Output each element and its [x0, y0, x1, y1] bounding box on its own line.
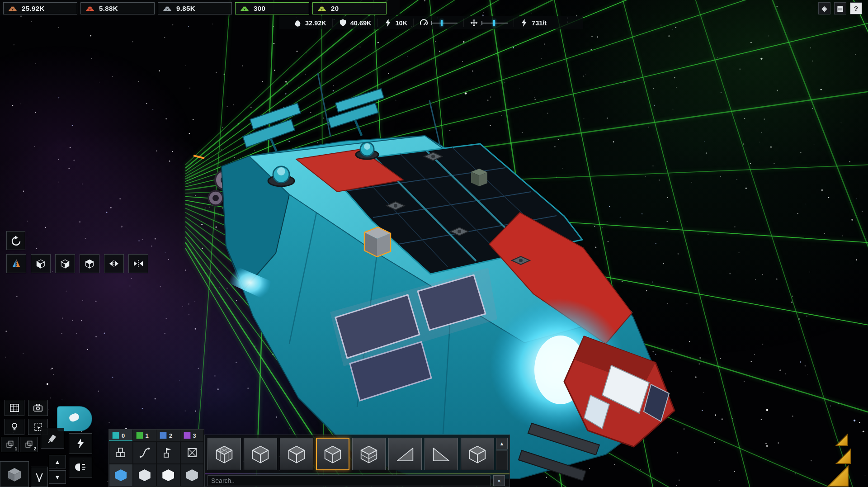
group-1-button[interactable]: 1 — [1, 437, 19, 452]
slider-knob[interactable] — [493, 20, 495, 26]
slider-track — [431, 23, 458, 24]
flip-inward-button[interactable] — [128, 254, 148, 273]
palette-tab-0[interactable]: 0 — [109, 430, 133, 441]
ore-icon — [317, 5, 327, 12]
group-2-button[interactable]: 2 — [20, 437, 38, 452]
block-slot-3-cube[interactable] — [316, 438, 349, 470]
shield-stat: 40.69K — [332, 19, 377, 27]
gizmo-button[interactable]: ◈ — [818, 2, 830, 14]
palette-tab-2[interactable]: 2 — [156, 430, 180, 441]
resource-value: 300 — [254, 5, 265, 12]
palette-categories — [109, 441, 204, 487]
flip-in-icon — [133, 258, 144, 269]
palette-scroll-up-button[interactable]: ▲ — [496, 438, 508, 449]
ghost-block — [364, 227, 391, 257]
half-cube-icon — [357, 442, 381, 466]
generation-stat: 731/t — [514, 19, 552, 27]
tab-label: 2 — [169, 432, 172, 439]
resource-value: 25.92K — [22, 5, 45, 12]
palette-accent-line — [205, 473, 509, 474]
layers-button[interactable]: ▤ — [834, 2, 846, 14]
screenshot-button[interactable] — [28, 400, 48, 416]
top-right-buttons: ◈ ▤ ? — [818, 2, 862, 14]
flag-icon — [162, 447, 174, 459]
bolt-icon — [384, 19, 392, 27]
ore-icon — [240, 5, 250, 12]
tab-color-chip — [136, 432, 143, 439]
paint-button[interactable] — [41, 428, 64, 449]
multi-block-tool[interactable] — [109, 441, 133, 464]
group-2-badge: 2 — [33, 446, 36, 451]
tab-color-chip — [184, 432, 191, 439]
scroll-up-tool-button[interactable]: ▲ — [49, 455, 66, 468]
flag-block-tool[interactable] — [156, 441, 180, 464]
stray-block — [471, 169, 487, 186]
slope-icon — [429, 442, 453, 466]
material-swatch-0[interactable] — [109, 464, 133, 487]
curve-icon — [139, 447, 151, 459]
curve-tool[interactable] — [133, 441, 157, 464]
tab-label: 3 — [193, 432, 196, 439]
group-icon — [24, 440, 33, 449]
material-swatch-2[interactable] — [156, 464, 180, 487]
headlight-button[interactable] — [69, 457, 92, 478]
flip-out-icon — [108, 258, 119, 269]
shield-icon — [339, 19, 347, 27]
power-button[interactable] — [69, 433, 92, 454]
palette-scroll-track[interactable] — [496, 450, 508, 470]
rounded-cube-icon — [285, 442, 308, 466]
thrust-slider[interactable] — [481, 19, 508, 27]
block-slot-1-cube[interactable] — [244, 438, 277, 470]
scroll-down-tool-button[interactable]: ▼ — [49, 470, 66, 484]
thrust-stat — [463, 19, 514, 27]
block-slot-6-slope[interactable] — [425, 438, 458, 470]
flip-outward-button[interactable] — [104, 254, 124, 273]
help-button[interactable]: ? — [850, 2, 862, 14]
palette-tab-3[interactable]: 3 — [180, 430, 204, 441]
camera-icon — [33, 403, 43, 412]
tab-label: 1 — [146, 432, 149, 439]
ship-stats-bar: 32.92K 40.69K 10K 731/t — [279, 16, 583, 29]
cube-left-face-button[interactable] — [31, 254, 51, 273]
light-button[interactable] — [5, 419, 24, 435]
cube-top-face-button[interactable] — [80, 254, 99, 273]
group-icon — [5, 440, 14, 449]
resource-xanion: 20 — [312, 2, 387, 14]
slider-knob[interactable] — [441, 20, 443, 26]
resource-titanium: 5.88K — [80, 2, 155, 14]
crate-icon — [186, 447, 198, 459]
build-mode-screen: 25.92K 5.88K 9.85K 300 20 ◈ ▤ ? 32.92K — [0, 0, 868, 487]
resource-naonite: 9.85K — [158, 2, 232, 14]
block-slot-4-half-cube[interactable] — [352, 438, 386, 470]
material-swatch-1[interactable] — [133, 464, 157, 487]
build-brush-icon — [67, 412, 82, 426]
ore-icon — [85, 5, 95, 12]
block-slot-7-cube[interactable] — [461, 438, 494, 470]
mirror-button[interactable] — [6, 254, 26, 273]
move-icon — [470, 19, 478, 27]
undo-button[interactable] — [6, 231, 25, 250]
mirror-icon — [11, 258, 22, 269]
energy-value: 10K — [396, 19, 408, 27]
paint-scraper-icon — [47, 432, 58, 444]
block-slot-0-grid-cube[interactable] — [208, 438, 241, 470]
tab-color-chip — [112, 432, 119, 439]
durability-slider[interactable] — [431, 19, 458, 27]
block-category-panel: 0123 — [108, 429, 204, 487]
search-input[interactable] — [208, 475, 491, 486]
material-preview-button[interactable] — [0, 461, 29, 487]
material-swatch-3[interactable] — [180, 464, 204, 487]
shield-value: 40.69K — [350, 19, 372, 27]
block-slot-2-rounded-cube[interactable] — [280, 438, 313, 470]
cube-icon — [466, 442, 489, 466]
palette-tab-1[interactable]: 1 — [133, 430, 157, 441]
close-icon[interactable]: × — [493, 475, 505, 486]
resource-value: 20 — [331, 5, 339, 12]
cube-right-face-button[interactable] — [55, 254, 75, 273]
crate-tool[interactable] — [180, 441, 204, 464]
cube-icon — [321, 442, 344, 466]
stats-table-button[interactable] — [5, 400, 24, 416]
block-slot-5-wedge[interactable] — [388, 438, 422, 470]
vertex-pick-button[interactable] — [31, 467, 48, 487]
generation-value: 731/t — [532, 19, 547, 27]
